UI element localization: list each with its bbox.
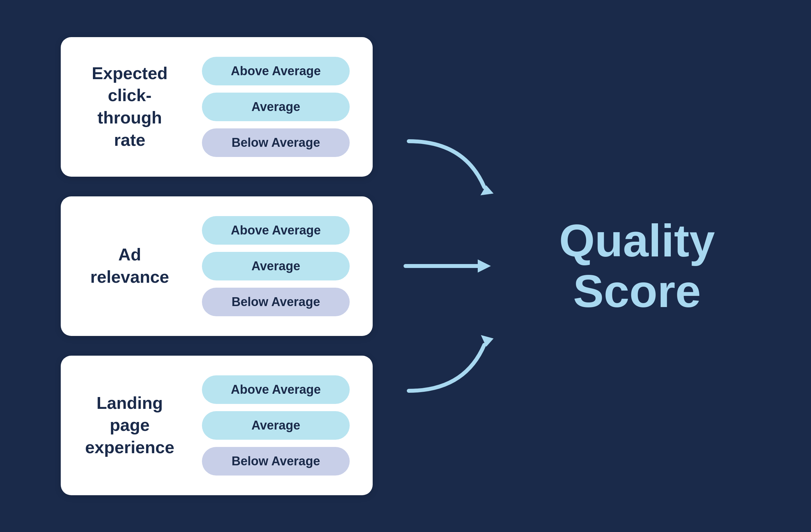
landing-badges: Above Average Average Below Average: [202, 375, 350, 475]
quality-score-text: Quality Score: [559, 215, 715, 317]
bottom-arrow: [399, 315, 498, 414]
landing-label: Landing page experience: [84, 392, 176, 459]
quality-score-line2: Score: [559, 266, 715, 317]
land-badge-above: Above Average: [202, 375, 350, 404]
quality-score-section: Quality Score: [524, 215, 750, 317]
svg-marker-3: [478, 335, 493, 348]
relevance-label: Ad relevance: [84, 244, 176, 288]
relevance-badges: Above Average Average Below Average: [202, 216, 350, 316]
ctr-badge-above: Above Average: [202, 57, 350, 86]
land-badge-below: Below Average: [202, 447, 350, 475]
ctr-badge-below: Below Average: [202, 128, 350, 157]
svg-marker-0: [478, 184, 493, 197]
ctr-badges: Above Average Average Below Average: [202, 57, 350, 157]
top-arrow: [399, 118, 498, 217]
ctr-badge-average: Average: [202, 93, 350, 121]
rel-badge-below: Below Average: [202, 288, 350, 316]
svg-marker-2: [478, 259, 491, 273]
main-container: Expected click-through rate Above Averag…: [61, 37, 750, 495]
relevance-card: Ad relevance Above Average Average Below…: [61, 196, 373, 336]
landing-card: Landing page experience Above Average Av…: [61, 356, 373, 495]
cards-section: Expected click-through rate Above Averag…: [61, 37, 373, 495]
middle-arrow: [399, 217, 498, 315]
ctr-label: Expected click-through rate: [84, 62, 176, 151]
ctr-card: Expected click-through rate Above Averag…: [61, 37, 373, 177]
land-badge-average: Average: [202, 411, 350, 440]
quality-score-line1: Quality: [559, 215, 715, 266]
rel-badge-average: Average: [202, 252, 350, 280]
arrows-section: [399, 118, 498, 414]
rel-badge-above: Above Average: [202, 216, 350, 245]
